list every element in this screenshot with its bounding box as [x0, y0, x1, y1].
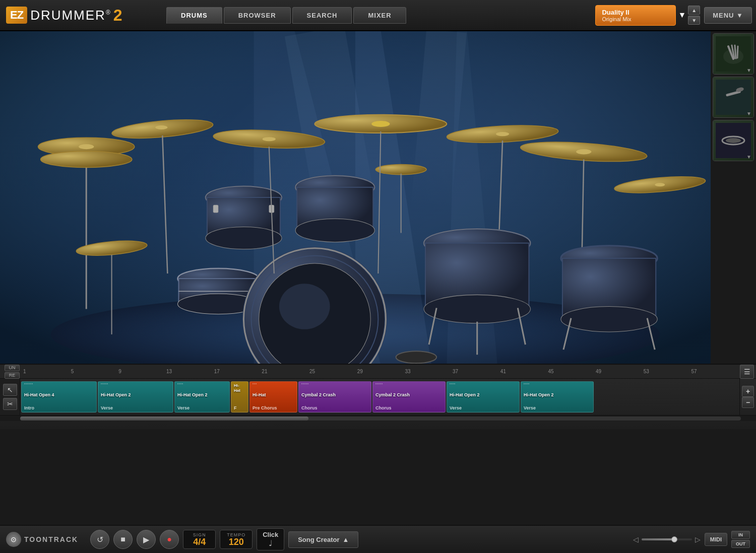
song-creator-arrow-icon: ▲: [343, 536, 349, 543]
zoom-out-button[interactable]: −: [742, 397, 754, 408]
time-signature-display[interactable]: Sign 4/4: [183, 530, 216, 549]
clip-intro-subtitle: Intro: [24, 405, 94, 410]
toontrack-logo-text: TOONTRACK: [24, 535, 78, 543]
svg-point-55: [561, 307, 657, 332]
clip-hf-title: Hi-Hat: [234, 383, 245, 393]
scrollbar-track[interactable]: [20, 417, 741, 421]
scrollbar-thumb[interactable]: [20, 417, 308, 421]
thumb-3-arrow: ▼: [746, 154, 751, 160]
stop-button[interactable]: ■: [113, 530, 133, 549]
clip-verse-3[interactable]: Hi-Hat Open 2 Verse: [447, 381, 520, 412]
sequencer-zoom-controls: + −: [739, 379, 756, 415]
tab-drums[interactable]: DRUMS: [166, 7, 222, 24]
clip-v1-dots: [101, 383, 170, 384]
record-button[interactable]: ●: [160, 530, 179, 549]
slider-thumb[interactable]: [671, 536, 677, 542]
in-button[interactable]: IN: [731, 531, 750, 539]
transport-bar: ⊙ TOONTRACK ↺ ■ ▶ ● Sign 4/4 Tempo 120 C…: [0, 525, 756, 553]
sign-value: 4/4: [193, 537, 206, 546]
toontrack-logo-icon: ⊙: [6, 532, 21, 547]
select-tool-button[interactable]: ↖: [3, 384, 17, 396]
ruler-ticks: 1 5 9 13 17 21 25 29 33 37 41 45 49 53 5…: [22, 369, 740, 374]
menu-button[interactable]: MENU ▼: [704, 7, 752, 24]
svg-rect-6: [716, 80, 751, 115]
svg-point-27: [371, 121, 390, 127]
tab-browser[interactable]: BROWSER: [224, 7, 291, 24]
thumb-2-arrow: ▼: [746, 111, 751, 116]
clip-hf-subtitle: F: [234, 405, 245, 410]
clip-hihat-f[interactable]: Hi-Hat F: [231, 381, 248, 412]
ruler-tick-9: 9: [118, 369, 166, 374]
ruler-tick-45: 45: [548, 369, 596, 374]
clip-chorus-2[interactable]: Cymbal 2 Crash Chorus: [372, 381, 446, 412]
undo-redo-area: UN RE: [2, 364, 22, 380]
clip-v2-dots: [177, 383, 227, 384]
svg-rect-40: [213, 205, 218, 213]
thumbnail-2[interactable]: ▼: [713, 77, 754, 118]
toontrack-logo: ⊙ TOONTRACK: [6, 532, 78, 547]
zoom-in-button[interactable]: +: [742, 386, 754, 397]
svg-point-66: [279, 284, 330, 329]
click-button[interactable]: Click ♩: [257, 528, 284, 550]
scissors-tool-button[interactable]: ✂: [3, 398, 17, 410]
ruler-tick-49: 49: [596, 369, 644, 374]
song-creator-button[interactable]: Song Creator ▲: [288, 531, 358, 548]
clip-v4-subtitle: Verse: [524, 405, 591, 410]
clip-v2-subtitle: Verse: [177, 405, 227, 410]
clip-v4-dots: [524, 383, 591, 384]
redo-button[interactable]: RE: [5, 372, 20, 379]
ruler-tick-29: 29: [357, 369, 405, 374]
svg-point-49: [424, 295, 530, 323]
ruler-tick-53: 53: [644, 369, 691, 374]
tempo-display[interactable]: Tempo 120: [220, 530, 253, 549]
ruler-tick-13: 13: [166, 369, 214, 374]
thumbnail-3[interactable]: ▼: [713, 120, 754, 161]
sequencer-scrollbar[interactable]: [0, 415, 756, 421]
preset-dropdown[interactable]: Duality II Original Mix: [595, 5, 676, 26]
click-label: Click: [263, 531, 278, 538]
sequencer-clips: Hi-Hat Open 4 Intro Hi-Hat Open 2 Verse …: [20, 379, 739, 415]
volume-left-icon: ◁: [633, 535, 639, 543]
svg-point-20: [41, 151, 132, 167]
clip-ch1-dots: [301, 383, 368, 384]
preset-nav-buttons: ▲ ▼: [688, 6, 700, 25]
clip-ch2-subtitle: Chorus: [375, 405, 443, 410]
clip-v1-subtitle: Verse: [101, 405, 170, 410]
in-out-buttons: IN OUT: [731, 531, 750, 548]
svg-point-25: [263, 137, 276, 141]
sequencer-menu-button[interactable]: ☰: [740, 365, 754, 379]
preset-arrow-icon[interactable]: ▼: [678, 11, 686, 20]
preset-up-button[interactable]: ▲: [688, 6, 700, 15]
ruler-tick-5: 5: [71, 369, 119, 374]
svg-point-29: [496, 132, 509, 136]
clip-verse-2[interactable]: Hi-Hat Open 2 Verse: [174, 381, 230, 412]
drum-kit-svg: [0, 31, 711, 364]
clip-verse-4[interactable]: Hi-Hat Open 2 Verse: [521, 381, 594, 412]
clip-chorus-1[interactable]: Cymbal 2 Crash Chorus: [298, 381, 371, 412]
clip-intro[interactable]: Hi-Hat Open 4 Intro: [21, 381, 97, 412]
ruler-tick-41: 41: [500, 369, 548, 374]
loop-button[interactable]: ↺: [90, 530, 109, 549]
click-icon: ♩: [269, 538, 273, 548]
clip-intro-title: Hi-Hat Open 4: [24, 392, 94, 398]
tab-search[interactable]: SEARCH: [292, 7, 352, 24]
out-button[interactable]: OUT: [731, 540, 750, 548]
logo-area: EZ DRUMMER® 2: [0, 6, 161, 25]
clip-intro-dots: [24, 383, 94, 384]
volume-slider[interactable]: [642, 538, 692, 540]
clip-prechorus[interactable]: Hi-Hat Pre Chorus: [249, 381, 297, 412]
song-creator-label: Song Creator: [298, 536, 339, 543]
svg-point-74: [375, 165, 426, 175]
drum-kit-area: [0, 31, 711, 364]
play-button[interactable]: ▶: [137, 530, 156, 549]
midi-button[interactable]: MIDI: [705, 533, 727, 546]
svg-point-32: [576, 149, 591, 154]
undo-button[interactable]: UN: [5, 365, 20, 371]
clip-ch2-dots: [375, 383, 443, 384]
thumbnail-1[interactable]: ▼: [713, 33, 754, 75]
clip-pc-subtitle: Pre Chorus: [253, 405, 294, 410]
preset-down-button[interactable]: ▼: [688, 16, 700, 25]
preset-area: Duality II Original Mix ▼ ▲ ▼ MENU ▼: [595, 5, 752, 26]
tab-mixer[interactable]: MIXER: [353, 7, 406, 24]
clip-verse-1[interactable]: Hi-Hat Open 2 Verse: [98, 381, 173, 412]
